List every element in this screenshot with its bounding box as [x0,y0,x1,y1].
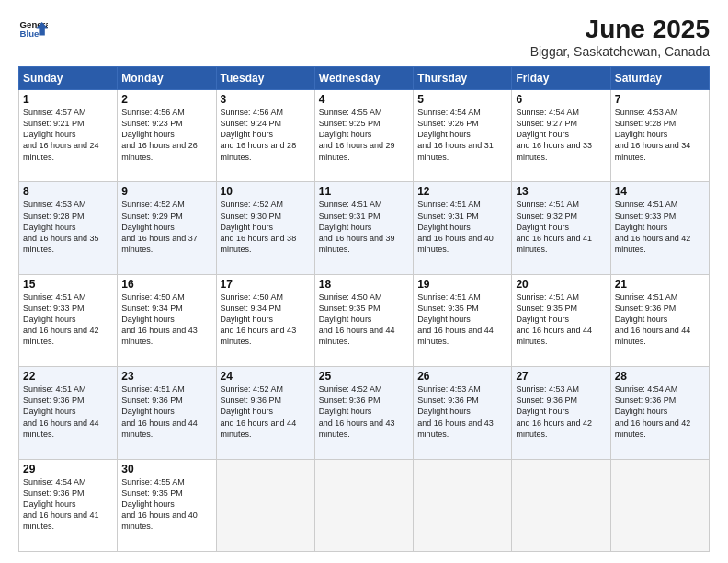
day-info: Sunrise: 4:51 AMSunset: 9:31 PMDaylight … [417,199,507,255]
day-number: 26 [417,370,507,383]
table-row: 28Sunrise: 4:54 AMSunset: 9:36 PMDayligh… [610,367,709,459]
day-info: Sunrise: 4:54 AMSunset: 9:26 PMDaylight … [417,107,507,163]
day-number: 20 [516,278,606,291]
day-info: Sunrise: 4:57 AMSunset: 9:21 PMDaylight … [23,107,113,163]
day-number: 4 [319,93,409,106]
table-row: 17Sunrise: 4:50 AMSunset: 9:34 PMDayligh… [216,274,314,366]
table-row: 4Sunrise: 4:55 AMSunset: 9:25 PMDaylight… [314,90,413,182]
day-number: 13 [516,185,606,198]
logo-icon: General Blue [18,15,48,44]
day-number: 7 [615,93,705,106]
day-number: 1 [23,93,113,106]
day-number: 6 [516,93,606,106]
day-number: 10 [221,185,311,198]
day-info: Sunrise: 4:55 AMSunset: 9:35 PMDaylight … [121,477,211,533]
table-row [512,459,610,551]
day-number: 16 [121,278,211,291]
col-sunday: Sunday [19,67,118,90]
col-saturday: Saturday [610,67,709,90]
table-row: 7Sunrise: 4:53 AMSunset: 9:28 PMDaylight… [610,90,709,182]
day-info: Sunrise: 4:56 AMSunset: 9:24 PMDaylight … [221,107,311,163]
day-number: 11 [319,185,409,198]
day-info: Sunrise: 4:53 AMSunset: 9:36 PMDaylight … [417,384,507,440]
table-row: 22Sunrise: 4:51 AMSunset: 9:36 PMDayligh… [19,367,118,459]
title-block: June 2025 Biggar, Saskatchewan, Canada [530,15,710,59]
day-info: Sunrise: 4:52 AMSunset: 9:29 PMDaylight … [121,199,211,255]
table-row: 26Sunrise: 4:53 AMSunset: 9:36 PMDayligh… [414,367,512,459]
table-row: 1Sunrise: 4:57 AMSunset: 9:21 PMDaylight… [19,90,118,182]
table-row: 27Sunrise: 4:53 AMSunset: 9:36 PMDayligh… [512,367,610,459]
month-year: June 2025 [530,15,710,44]
table-row [414,459,512,551]
calendar-week-row: 22Sunrise: 4:51 AMSunset: 9:36 PMDayligh… [19,367,710,459]
calendar-week-row: 29Sunrise: 4:54 AMSunset: 9:36 PMDayligh… [19,459,710,551]
day-info: Sunrise: 4:52 AMSunset: 9:36 PMDaylight … [221,384,311,440]
table-row: 24Sunrise: 4:52 AMSunset: 9:36 PMDayligh… [216,367,314,459]
day-number: 14 [615,185,705,198]
day-info: Sunrise: 4:54 AMSunset: 9:36 PMDaylight … [615,384,705,440]
day-number: 23 [121,370,211,383]
calendar-header-row: Sunday Monday Tuesday Wednesday Thursday… [19,67,710,90]
table-row: 11Sunrise: 4:51 AMSunset: 9:31 PMDayligh… [314,182,413,274]
table-row: 23Sunrise: 4:51 AMSunset: 9:36 PMDayligh… [118,367,216,459]
day-info: Sunrise: 4:51 AMSunset: 9:32 PMDaylight … [516,199,606,255]
table-row [216,459,314,551]
day-number: 8 [23,185,113,198]
day-number: 27 [516,370,606,383]
table-row: 30Sunrise: 4:55 AMSunset: 9:35 PMDayligh… [118,459,216,551]
table-row [610,459,709,551]
day-info: Sunrise: 4:51 AMSunset: 9:35 PMDaylight … [516,292,606,348]
table-row: 20Sunrise: 4:51 AMSunset: 9:35 PMDayligh… [512,274,610,366]
table-row [314,459,413,551]
day-number: 25 [319,370,409,383]
col-thursday: Thursday [414,67,512,90]
day-number: 19 [417,278,507,291]
table-row: 2Sunrise: 4:56 AMSunset: 9:23 PMDaylight… [118,90,216,182]
table-row: 13Sunrise: 4:51 AMSunset: 9:32 PMDayligh… [512,182,610,274]
day-info: Sunrise: 4:56 AMSunset: 9:23 PMDaylight … [121,107,211,163]
table-row: 14Sunrise: 4:51 AMSunset: 9:33 PMDayligh… [610,182,709,274]
day-info: Sunrise: 4:53 AMSunset: 9:28 PMDaylight … [615,107,705,163]
day-info: Sunrise: 4:50 AMSunset: 9:34 PMDaylight … [121,292,211,348]
header: General Blue June 2025 Biggar, Saskatche… [18,15,710,59]
day-number: 9 [121,185,211,198]
page: General Blue June 2025 Biggar, Saskatche… [0,0,728,563]
table-row: 19Sunrise: 4:51 AMSunset: 9:35 PMDayligh… [414,274,512,366]
day-info: Sunrise: 4:54 AMSunset: 9:27 PMDaylight … [516,107,606,163]
col-tuesday: Tuesday [216,67,314,90]
day-info: Sunrise: 4:53 AMSunset: 9:36 PMDaylight … [516,384,606,440]
day-info: Sunrise: 4:55 AMSunset: 9:25 PMDaylight … [319,107,409,163]
table-row: 16Sunrise: 4:50 AMSunset: 9:34 PMDayligh… [118,274,216,366]
col-friday: Friday [512,67,610,90]
day-number: 30 [121,463,211,476]
day-number: 12 [417,185,507,198]
table-row: 10Sunrise: 4:52 AMSunset: 9:30 PMDayligh… [216,182,314,274]
table-row: 3Sunrise: 4:56 AMSunset: 9:24 PMDaylight… [216,90,314,182]
day-info: Sunrise: 4:52 AMSunset: 9:36 PMDaylight … [319,384,409,440]
day-number: 17 [221,278,311,291]
table-row: 21Sunrise: 4:51 AMSunset: 9:36 PMDayligh… [610,274,709,366]
calendar-week-row: 1Sunrise: 4:57 AMSunset: 9:21 PMDaylight… [19,90,710,182]
logo: General Blue [18,15,48,44]
col-wednesday: Wednesday [314,67,413,90]
day-info: Sunrise: 4:54 AMSunset: 9:36 PMDaylight … [23,477,113,533]
day-info: Sunrise: 4:51 AMSunset: 9:36 PMDaylight … [615,292,705,348]
day-info: Sunrise: 4:51 AMSunset: 9:33 PMDaylight … [615,199,705,255]
table-row: 8Sunrise: 4:53 AMSunset: 9:28 PMDaylight… [19,182,118,274]
day-info: Sunrise: 4:51 AMSunset: 9:36 PMDaylight … [23,384,113,440]
table-row: 25Sunrise: 4:52 AMSunset: 9:36 PMDayligh… [314,367,413,459]
day-info: Sunrise: 4:50 AMSunset: 9:35 PMDaylight … [319,292,409,348]
table-row: 12Sunrise: 4:51 AMSunset: 9:31 PMDayligh… [414,182,512,274]
day-number: 21 [615,278,705,291]
day-info: Sunrise: 4:51 AMSunset: 9:31 PMDaylight … [319,199,409,255]
day-number: 15 [23,278,113,291]
day-info: Sunrise: 4:51 AMSunset: 9:35 PMDaylight … [417,292,507,348]
day-number: 5 [417,93,507,106]
svg-text:Blue: Blue [20,29,40,39]
day-number: 28 [615,370,705,383]
day-info: Sunrise: 4:50 AMSunset: 9:34 PMDaylight … [221,292,311,348]
col-monday: Monday [118,67,216,90]
calendar-week-row: 15Sunrise: 4:51 AMSunset: 9:33 PMDayligh… [19,274,710,366]
table-row: 9Sunrise: 4:52 AMSunset: 9:29 PMDaylight… [118,182,216,274]
table-row: 5Sunrise: 4:54 AMSunset: 9:26 PMDaylight… [414,90,512,182]
